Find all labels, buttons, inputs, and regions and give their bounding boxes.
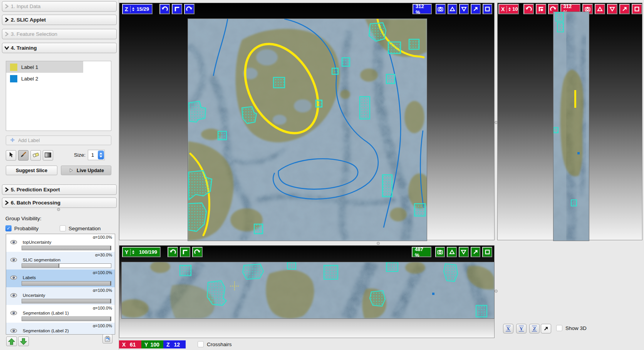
layer-move-down-button[interactable] (18, 337, 29, 346)
stepper-down-icon[interactable] (99, 156, 102, 157)
eye-icon[interactable] (10, 258, 17, 262)
y-label: Y (141, 342, 148, 348)
live-update-button[interactable]: Live Update (61, 166, 111, 175)
swap-axes-button[interactable] (172, 4, 182, 14)
prev-slice-button[interactable] (447, 247, 457, 257)
swap-axes-button[interactable] (536, 4, 546, 14)
checkbox-checked-icon[interactable]: ✓ (5, 225, 12, 231)
undo-button[interactable] (168, 247, 178, 257)
checkbox-unchecked-icon[interactable] (556, 325, 562, 331)
label-color-swatch[interactable] (10, 75, 17, 82)
next-slice-button[interactable] (459, 4, 469, 14)
layer-stack-list[interactable]: α=100.0%topUncertaintyα=30.0%SLIC segmen… (6, 234, 115, 335)
yz-slice-view[interactable]: X 10 312 % (497, 3, 642, 240)
layer-row[interactable]: α=30.0%SLIC segmentation (6, 252, 115, 270)
maximize-view-button[interactable] (471, 4, 480, 14)
applet-prediction-export[interactable]: 5. Prediction Export (2, 184, 117, 195)
next-slice-button[interactable] (607, 4, 617, 14)
applet-slic[interactable]: 2. SLIC Applet (2, 15, 117, 25)
label-color-swatch[interactable] (10, 64, 17, 71)
x-axis-window-button[interactable]: X (503, 324, 513, 333)
probability-checkbox-row[interactable]: ✓ Probability (5, 225, 39, 231)
xz-slice-image[interactable] (121, 262, 495, 319)
eraser-tool-button[interactable] (30, 150, 41, 161)
layer-opacity-slider[interactable] (22, 281, 111, 286)
layer-row[interactable]: α=100.0%Uncertainty (6, 287, 115, 305)
arrow-tool-button[interactable] (6, 150, 16, 161)
add-label-button[interactable]: Add Label (6, 136, 111, 145)
stepper-up-icon[interactable] (99, 152, 102, 154)
eye-icon[interactable] (10, 240, 17, 244)
prev-slice-button[interactable] (595, 4, 605, 14)
spinner-arrows-icon[interactable] (131, 7, 136, 11)
xz-slice-view[interactable]: Y 100/199 487 % (119, 245, 495, 338)
applet-feature-selection[interactable]: 3. Feature Selection (2, 29, 117, 39)
z-slice-spinbox[interactable]: Z 15/29 (122, 4, 153, 14)
next-slice-button[interactable] (459, 247, 469, 257)
label-row[interactable]: Label 2 (6, 73, 111, 84)
xz-toolbar-right: 487 % (412, 247, 494, 257)
swap-axes-button[interactable] (180, 247, 190, 257)
eye-icon[interactable] (10, 328, 17, 333)
export-layer-button[interactable] (102, 334, 112, 343)
layer-move-up-button[interactable] (6, 337, 17, 346)
suggest-slice-button[interactable]: Suggest Slice (6, 166, 57, 175)
layer-opacity-slider[interactable] (22, 334, 111, 335)
xy-slice-view[interactable]: Z 15/29 312 % (119, 3, 495, 240)
applet-input-data[interactable]: 1. Input Data (2, 1, 117, 12)
crosshairs-checkbox-row[interactable]: Crosshairs (198, 341, 232, 347)
layer-opacity-slider[interactable] (22, 263, 111, 268)
checkbox-unchecked-icon[interactable] (198, 341, 204, 347)
segmentation-checkbox-row[interactable]: Segmentation (60, 225, 101, 231)
expand-views-button[interactable] (541, 324, 551, 333)
label-class-list[interactable]: Label 1Label 2 (6, 61, 111, 131)
xy-slice-image[interactable] (188, 18, 427, 241)
layer-opacity-slider[interactable] (22, 299, 111, 303)
size-stepper[interactable] (98, 151, 104, 159)
layer-name: Uncertainty (23, 293, 45, 298)
layer-opacity-slider[interactable] (22, 317, 111, 321)
arrow-ne-icon (621, 6, 628, 12)
layer-row[interactable]: α=100.0%Labels (6, 270, 115, 287)
undo-button[interactable] (523, 4, 534, 14)
layer-row[interactable]: α=100.0%Segmentation (Label 2) (6, 323, 115, 335)
splitter-handle[interactable] (377, 242, 380, 245)
threshold-tool-button[interactable] (43, 150, 53, 161)
splitter-handle[interactable] (495, 290, 498, 293)
y-slice-spinbox[interactable]: Y 100/199 (122, 247, 161, 257)
fit-view-button[interactable] (483, 4, 492, 14)
eye-icon[interactable] (10, 311, 17, 315)
layer-row[interactable]: α=100.0%Segmentation (Label 1) (6, 305, 115, 323)
applet-training[interactable]: 4. Training (2, 43, 117, 53)
checkbox-unchecked-icon[interactable] (60, 225, 66, 231)
zoom-level[interactable]: 312 % (413, 4, 432, 14)
maximize-view-button[interactable] (619, 4, 630, 14)
fit-view-button[interactable] (482, 247, 492, 257)
y-axis-window-button[interactable]: Y (516, 324, 527, 333)
maximize-view-button[interactable] (471, 247, 481, 257)
spinner-arrows-icon[interactable] (507, 7, 512, 11)
undo-button[interactable] (159, 4, 170, 14)
spinner-arrows-icon[interactable] (131, 250, 136, 254)
eye-icon[interactable] (10, 293, 17, 298)
zoom-level[interactable]: 487 % (412, 247, 431, 257)
brush-tool-button[interactable] (18, 150, 29, 161)
redo-button[interactable] (184, 4, 195, 14)
layer-opacity-slider[interactable] (22, 246, 111, 250)
label-row[interactable]: Label 1 (6, 61, 83, 73)
redo-button[interactable] (192, 247, 203, 257)
show-3d-checkbox-row[interactable]: Show 3D (556, 325, 587, 331)
splitter-handle[interactable] (57, 208, 60, 211)
snapshot-button[interactable] (436, 4, 445, 14)
applet-batch-processing[interactable]: 6. Batch Processing (2, 198, 117, 208)
x-slice-spinbox[interactable]: X 10 (498, 4, 519, 14)
layer-name: topUncertainty (23, 240, 51, 244)
axis-letter: X (499, 6, 506, 12)
eye-icon[interactable] (10, 275, 17, 280)
yz-slice-image[interactable] (553, 12, 589, 241)
prev-slice-button[interactable] (448, 4, 457, 14)
fit-view-button[interactable] (632, 4, 642, 14)
layer-row[interactable]: α=100.0%topUncertainty (6, 234, 115, 252)
z-axis-window-button[interactable]: Z (529, 324, 540, 333)
snapshot-button[interactable] (435, 247, 445, 257)
